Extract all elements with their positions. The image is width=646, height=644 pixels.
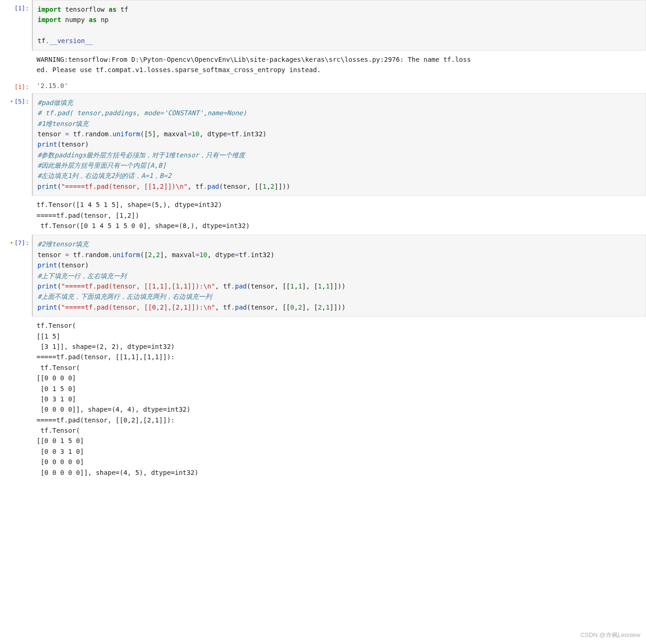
input-prompt: •[7]:	[0, 235, 32, 248]
output-row: tf.Tensor( [[1 5] [3 1]], shape=(2, 2), …	[0, 317, 646, 481]
notebook: [1]:import tensorflow as tf import numpy…	[0, 0, 646, 481]
input-prompt-label: [7]:	[15, 239, 29, 246]
output-stream: tf.Tensor( [[1 5] [3 1]], shape=(2, 2), …	[32, 317, 646, 481]
input-prompt: [1]:	[0, 0, 32, 14]
output-prompt-label: [1]:	[15, 83, 29, 90]
modified-dot-icon: •	[10, 239, 14, 246]
cell-body: import tensorflow as tf import numpy as …	[32, 0, 646, 51]
cell-body: #2维tensor填充 tensor = tf.random.uniform([…	[32, 235, 646, 317]
output-prompt	[0, 196, 32, 200]
output-prompt	[0, 51, 32, 54]
output-row: WARNING:tensorflow:From D:\Pyton-Opencv\…	[0, 51, 646, 79]
output-prompt: [1]:	[0, 79, 32, 92]
code-input[interactable]: #pad做填充 # tf.pad( tensor,paddings, mode=…	[32, 93, 646, 196]
output-prompt	[0, 317, 32, 320]
output-body: tf.Tensor([1 4 5 1 5], shape=(5,), dtype…	[32, 196, 646, 235]
modified-dot-icon: •	[10, 98, 14, 105]
code-cell: •[5]:#pad做填充 # tf.pad( tensor,paddings, …	[0, 93, 646, 196]
output-result: '2.15.0'	[32, 79, 646, 93]
output-row: tf.Tensor([1 4 5 1 5], shape=(5,), dtype…	[0, 196, 646, 235]
input-prompt-label: [1]:	[15, 5, 29, 12]
code-cell: •[7]:#2维tensor填充 tensor = tf.random.unif…	[0, 235, 646, 317]
output-row: [1]:'2.15.0'	[0, 79, 646, 93]
input-prompt: •[5]:	[0, 93, 32, 107]
output-body: WARNING:tensorflow:From D:\Pyton-Opencv\…	[32, 51, 646, 79]
output-body: '2.15.0'	[32, 79, 646, 93]
code-input[interactable]: #2维tensor填充 tensor = tf.random.uniform([…	[32, 235, 646, 317]
cell-body: #pad做填充 # tf.pad( tensor,paddings, mode=…	[32, 93, 646, 196]
code-input[interactable]: import tensorflow as tf import numpy as …	[32, 0, 646, 51]
output-body: tf.Tensor( [[1 5] [3 1]], shape=(2, 2), …	[32, 317, 646, 481]
output-stream: WARNING:tensorflow:From D:\Pyton-Opencv\…	[32, 51, 646, 79]
output-stream: tf.Tensor([1 4 5 1 5], shape=(5,), dtype…	[32, 196, 646, 235]
input-prompt-label: [5]:	[15, 98, 29, 105]
code-cell: [1]:import tensorflow as tf import numpy…	[0, 0, 646, 51]
